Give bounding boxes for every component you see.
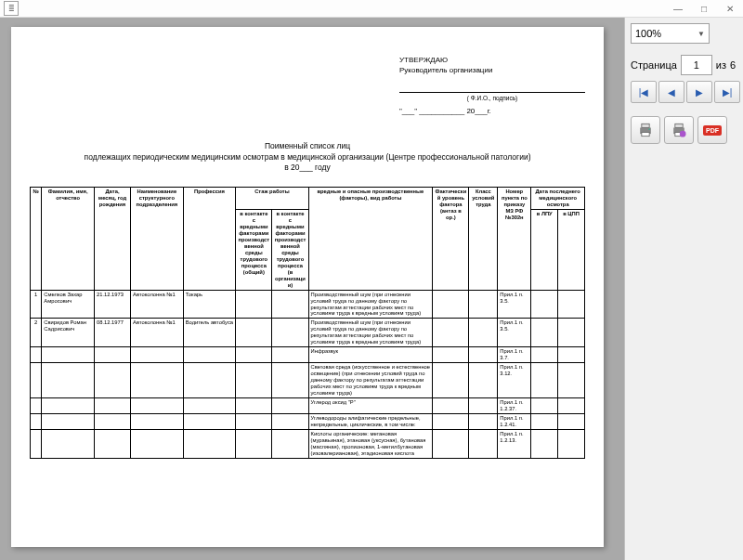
- prev-page-button[interactable]: ◀: [658, 81, 684, 103]
- table-cell: [42, 397, 95, 413]
- table-cell: Автоколонна №1: [131, 319, 184, 347]
- table-cell: Производственный шум (при отнесении усло…: [308, 290, 433, 319]
- table-cell: Водитель автобуса: [183, 319, 236, 347]
- approve-head: Руководитель организации: [399, 65, 585, 75]
- approve-word: УТВЕРЖДАЮ: [399, 55, 585, 65]
- table-cell: [131, 363, 184, 398]
- table-cell: [469, 319, 498, 347]
- table-cell: [433, 397, 469, 413]
- th-dept: Наименование структурного подразделения: [131, 188, 184, 290]
- approval-block: УТВЕРЖДАЮ Руководитель организации ( Ф.И…: [399, 55, 585, 117]
- nav-buttons: |◀ ◀ ▶ ▶|: [631, 81, 740, 103]
- table-cell: [131, 429, 184, 458]
- maximize-button[interactable]: □: [691, 0, 717, 17]
- table-cell: [236, 397, 272, 413]
- page-nav: Страница из 6: [631, 55, 736, 75]
- table-cell: Углеводороды алифатические предельные, н…: [308, 413, 433, 429]
- th-factors: вредные и опасные производственные (факт…: [308, 188, 433, 290]
- th-lastmed: Дата последнего медицинского осмотра: [531, 188, 585, 210]
- table-cell: [433, 290, 469, 319]
- table-cell: [42, 429, 95, 458]
- table-cell: 1: [31, 290, 42, 319]
- last-page-button[interactable]: ▶|: [714, 81, 740, 103]
- table-cell: [272, 347, 308, 363]
- table-cell: Автоколонна №1: [131, 290, 184, 319]
- th-order: Номер пункта по приказу МЗ РФ №302н: [498, 188, 531, 290]
- quick-print-button[interactable]: [664, 116, 694, 144]
- table-cell: [236, 363, 272, 398]
- table-cell: [131, 347, 184, 363]
- table-row: 2Свиридов Роман Садрисович08.12.1977Авто…: [31, 319, 585, 347]
- table-row: ИнфразвукПрил.1 п. 3.7.: [31, 347, 585, 363]
- table-cell: [94, 413, 130, 429]
- table-cell: [236, 290, 272, 319]
- table-cell: [469, 347, 498, 363]
- table-cell: [469, 413, 498, 429]
- table-cell: [131, 397, 184, 413]
- table-cell: [558, 319, 585, 347]
- page: УТВЕРЖДАЮ Руководитель организации ( Ф.И…: [11, 27, 604, 547]
- document-icon: ≣: [4, 1, 19, 16]
- table-cell: [42, 413, 95, 429]
- table-cell: [183, 397, 236, 413]
- table-cell: [31, 413, 42, 429]
- table-cell: Световая среда (искусственное и естестве…: [308, 363, 433, 398]
- action-buttons: PDF: [631, 116, 727, 144]
- table-cell: Прил.1 п. 3.12.: [498, 363, 531, 398]
- table-cell: Прил.1 п. 1.2.37.: [498, 397, 531, 413]
- printer-icon: [636, 121, 655, 139]
- table-cell: [558, 413, 585, 429]
- table-cell: [272, 290, 308, 319]
- table-cell: [558, 397, 585, 413]
- th-fio: Фамилия, имя, отчество: [42, 188, 95, 290]
- table-cell: [272, 413, 308, 429]
- table-cell: Прил.1 п. 3.5.: [498, 319, 531, 347]
- table-cell: [272, 319, 308, 347]
- table-cell: [433, 363, 469, 398]
- minimize-button[interactable]: —: [665, 0, 691, 17]
- data-table: № Фамилия, имя, отчество Дата, месяц, го…: [30, 187, 585, 458]
- document-title: Поименный список лиц подлежащих периодич…: [30, 141, 585, 175]
- table-cell: [558, 429, 585, 458]
- titlebar: ≣ — □ ✕: [0, 0, 743, 18]
- export-pdf-button[interactable]: PDF: [697, 116, 727, 144]
- table-cell: [42, 347, 95, 363]
- table-cell: [94, 347, 130, 363]
- table-cell: [531, 319, 558, 347]
- table-row: Углеводороды алифатические предельные, н…: [31, 413, 585, 429]
- table-cell: Смелков Захар Амросович: [42, 290, 95, 319]
- signature-subline: ( Ф.И.О., подпись): [399, 94, 585, 102]
- approve-date: "___" ___________ 20___г.: [399, 106, 585, 116]
- table-cell: [272, 363, 308, 398]
- table-cell: [94, 429, 130, 458]
- next-page-button[interactable]: ▶: [686, 81, 712, 103]
- table-cell: [531, 363, 558, 398]
- table-cell: Прил.1 п. 3.5.: [498, 290, 531, 319]
- table-cell: Токарь: [183, 290, 236, 319]
- first-page-button[interactable]: |◀: [631, 81, 657, 103]
- table-cell: [531, 347, 558, 363]
- th-num: №: [31, 188, 42, 290]
- table-body: 1Смелков Захар Амросович21.12.1973Автоко…: [31, 290, 585, 458]
- table-cell: [531, 397, 558, 413]
- table-cell: [31, 363, 42, 398]
- table-cell: [42, 363, 95, 398]
- table-cell: [433, 319, 469, 347]
- table-cell: 08.12.1977: [94, 319, 130, 347]
- table-cell: [469, 397, 498, 413]
- print-button[interactable]: [631, 116, 660, 144]
- preview-area[interactable]: УТВЕРЖДАЮ Руководитель организации ( Ф.И…: [0, 18, 624, 560]
- table-cell: [531, 413, 558, 429]
- table-cell: [469, 363, 498, 398]
- title-line2: подлежащих периодическим медицинским осм…: [30, 152, 585, 163]
- page-input[interactable]: [681, 55, 712, 75]
- close-button[interactable]: ✕: [717, 0, 743, 17]
- table-cell: [183, 347, 236, 363]
- app-window: ≣ — □ ✕ УТВЕРЖДАЮ Руководитель организац…: [0, 0, 743, 560]
- table-cell: Производственный шум (при отнесении усло…: [308, 319, 433, 347]
- table-cell: [272, 397, 308, 413]
- table-row: Световая среда (искусственное и естестве…: [31, 363, 585, 398]
- page-total-prefix: из: [716, 59, 726, 71]
- th-prof: Профессия: [183, 188, 236, 290]
- zoom-select[interactable]: 100% ▼: [631, 23, 710, 44]
